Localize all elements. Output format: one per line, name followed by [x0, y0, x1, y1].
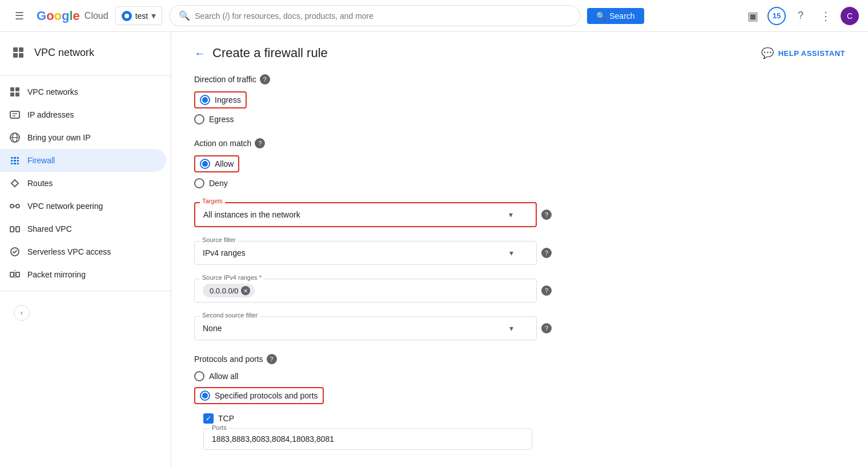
back-button[interactable]: ←	[194, 47, 206, 60]
source-filter-dropdown[interactable]: Source filter IPv4 ranges ▾	[194, 241, 537, 265]
protocols-radio-group: Allow all Specified protocols and ports	[194, 371, 845, 404]
direction-egress-option[interactable]: Egress	[194, 114, 845, 124]
ingress-radio-outlined: Ingress	[194, 91, 247, 108]
bring-your-own-ip-icon	[9, 132, 21, 143]
direction-label: Direction of traffic ?	[194, 74, 845, 84]
source-filter-help-icon[interactable]: ?	[541, 248, 552, 258]
sidebar-item-firewall[interactable]: Firewall	[0, 149, 166, 172]
targets-dropdown[interactable]: Targets All instances in the network ▾	[194, 202, 537, 227]
targets-help-icon[interactable]: ?	[541, 210, 552, 220]
project-selector[interactable]: test ▾	[115, 6, 163, 25]
search-bar: 🔍	[169, 5, 580, 26]
sidebar-label-vpc-network-peering: VPC network peering	[27, 202, 103, 211]
project-dropdown-icon: ▾	[151, 10, 156, 21]
svg-rect-0	[13, 47, 18, 52]
svg-rect-28	[16, 272, 19, 277]
vpc-networks-icon	[9, 86, 21, 98]
search-input[interactable]	[195, 11, 570, 21]
ports-field-wrapper: Ports 1883,8883,8083,8084,18083,8081	[203, 428, 845, 450]
terminal-button[interactable]: ▣	[742, 6, 763, 26]
serverless-vpc-icon	[9, 246, 21, 257]
specified-radio-input	[200, 390, 210, 401]
sidebar-collapse-button[interactable]: ‹	[14, 305, 30, 321]
source-ipv4-wrapper: Source IPv4 ranges * 0.0.0.0/0 ✕	[194, 279, 537, 303]
sidebar-item-routes[interactable]: Routes	[0, 172, 166, 195]
second-source-filter-dropdown[interactable]: Second source filter None ▾	[194, 316, 537, 340]
source-filter-value: IPv4 ranges	[203, 248, 246, 257]
svg-rect-27	[10, 272, 14, 277]
second-source-help-icon[interactable]: ?	[541, 323, 552, 333]
source-ipv4-help-icon[interactable]: ?	[541, 285, 552, 296]
svg-rect-14	[11, 157, 19, 159]
allow-all-label: Allow all	[209, 372, 238, 381]
action-radio-group: Allow Deny	[194, 155, 845, 188]
project-dot-icon	[122, 11, 132, 21]
targets-row: Targets All instances in the network ▾ ?	[194, 202, 845, 227]
second-source-filter-row: Second source filter None ▾ ?	[194, 316, 845, 340]
source-filter-arrow: ▾	[509, 248, 513, 257]
sidebar-title: VPC network	[34, 47, 94, 59]
sidebar-item-vpc-network-peering[interactable]: VPC network peering	[0, 195, 166, 218]
google-cloud-logo[interactable]: Google Cloud	[37, 9, 108, 23]
ingress-radio-input	[200, 95, 210, 105]
ports-field[interactable]: Ports 1883,8883,8083,8084,18083,8081	[203, 428, 532, 450]
sidebar-item-vpc-networks[interactable]: VPC networks	[0, 80, 166, 103]
sidebar-item-shared-vpc[interactable]: Shared VPC	[0, 218, 166, 240]
tcp-checkbox-row: ✓ TCP	[203, 413, 845, 424]
notification-badge[interactable]: 15	[767, 7, 786, 25]
avatar[interactable]: C	[841, 7, 859, 25]
vpc-network-icon	[9, 43, 27, 62]
action-help-icon[interactable]: ?	[255, 138, 265, 148]
action-allow-option[interactable]: Allow	[194, 155, 845, 172]
second-source-filter-label: Second source filter	[200, 312, 260, 319]
tcp-checkbox[interactable]: ✓	[203, 413, 214, 424]
search-button[interactable]: 🔍 Search	[587, 8, 644, 24]
sidebar-label-ip-addresses: IP addresses	[27, 110, 74, 119]
action-deny-option[interactable]: Deny	[194, 178, 845, 188]
svg-rect-16	[11, 163, 19, 164]
protocols-help-icon[interactable]: ?	[267, 354, 277, 364]
source-filter-label: Source filter	[200, 236, 238, 243]
page-header: ← Create a firewall rule 💬 HELP ASSISTAN…	[194, 46, 845, 61]
routes-icon	[9, 178, 21, 189]
allow-all-radio-input	[194, 371, 204, 381]
direction-ingress-option[interactable]: Ingress	[194, 91, 845, 108]
source-ipv4-input[interactable]: Source IPv4 ranges * 0.0.0.0/0 ✕	[194, 279, 537, 303]
help-assistant-button[interactable]: 💬 HELP ASSISTANT	[761, 47, 845, 59]
sidebar-label-vpc-networks: VPC networks	[27, 87, 78, 96]
svg-rect-7	[15, 92, 19, 96]
help-button[interactable]: ?	[790, 6, 811, 26]
main-content: ← Create a firewall rule 💬 HELP ASSISTAN…	[171, 32, 868, 467]
sidebar-label-packet-mirroring: Packet mirroring	[27, 270, 86, 279]
chip-close-button[interactable]: ✕	[241, 286, 250, 295]
sidebar-item-serverless-vpc-access[interactable]: Serverless VPC access	[0, 240, 166, 263]
svg-rect-15	[11, 160, 19, 162]
svg-rect-2	[13, 53, 18, 58]
tcp-section: ✓ TCP Ports 1883,8883,8083,8084,18083,80…	[194, 413, 845, 450]
second-source-filter-wrapper: Second source filter None ▾	[194, 316, 537, 340]
sidebar-item-packet-mirroring[interactable]: Packet mirroring	[0, 263, 166, 286]
svg-rect-3	[19, 53, 23, 58]
allow-label: Allow	[215, 159, 234, 168]
hamburger-menu-button[interactable]: ☰	[9, 6, 30, 26]
source-ipv4-label: Source IPv4 ranges *	[200, 274, 264, 281]
search-btn-icon: 🔍	[596, 11, 606, 21]
allow-all-option[interactable]: Allow all	[194, 371, 845, 381]
svg-rect-1	[19, 47, 23, 52]
more-options-button[interactable]: ⋮	[815, 6, 836, 26]
svg-point-20	[16, 204, 19, 208]
allow-radio-outlined: Allow	[194, 155, 239, 172]
sidebar-label-firewall: Firewall	[27, 156, 55, 165]
sidebar-header: VPC network	[0, 37, 171, 71]
sidebar-item-bring-your-own-ip[interactable]: Bring your own IP	[0, 126, 166, 149]
direction-help-icon[interactable]: ?	[260, 74, 270, 84]
specified-protocols-option[interactable]: Specified protocols and ports	[194, 387, 845, 404]
targets-field-label: Targets	[200, 198, 225, 204]
svg-rect-6	[10, 92, 14, 96]
layout: VPC network VPC networks	[0, 32, 868, 467]
ports-field-label: Ports	[210, 424, 229, 431]
source-filter-section: Source filter IPv4 ranges ▾ ?	[194, 241, 845, 265]
sidebar-item-ip-addresses[interactable]: IP addresses	[0, 103, 166, 126]
firewall-icon	[9, 155, 21, 166]
second-source-filter-value: None	[203, 324, 222, 333]
